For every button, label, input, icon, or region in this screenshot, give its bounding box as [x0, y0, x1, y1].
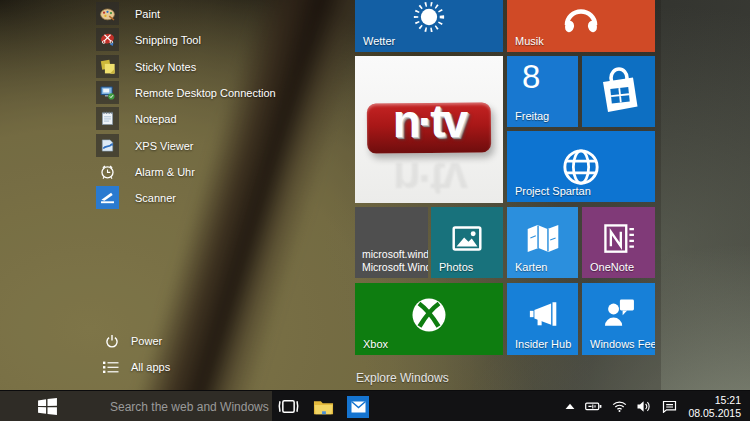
- all-apps-icon: [103, 361, 119, 374]
- tray-volume-button[interactable]: [632, 391, 657, 421]
- tile-label: Windows Feedb: [590, 338, 655, 350]
- task-view-icon: [277, 398, 300, 415]
- clock-date: 08.05.2015: [688, 407, 741, 420]
- tile-microsoft-windows[interactable]: microsoft.windo Microsoft.Windo: [355, 207, 428, 278]
- mail-icon: [351, 401, 366, 413]
- tray-clock[interactable]: 15:21 08.05.2015: [682, 394, 750, 420]
- headphones-icon: [557, 0, 605, 38]
- tile-store[interactable]: [582, 56, 655, 127]
- power-icon: [105, 334, 119, 349]
- tile-kalender[interactable]: 8 Freitag: [507, 56, 578, 127]
- tile-label: Musik: [515, 35, 544, 47]
- sticky-notes-icon: [98, 57, 117, 76]
- task-view-button[interactable]: [272, 391, 304, 421]
- alarm-clock-icon: [98, 162, 117, 181]
- power-label: Power: [131, 335, 162, 347]
- tile-karten[interactable]: Karten: [507, 207, 578, 278]
- snipping-tool-icon: [98, 30, 117, 49]
- tray-expand-button[interactable]: [560, 391, 580, 421]
- folder-icon: [313, 398, 334, 416]
- app-label: Paint: [135, 8, 160, 20]
- system-tray: 15:21 08.05.2015: [560, 391, 750, 421]
- tile-label: Project Spartan: [515, 185, 591, 197]
- xbox-icon: [405, 291, 453, 339]
- tile-label: Karten: [515, 261, 547, 273]
- taskbar-search-input[interactable]: [66, 391, 271, 421]
- tile-label: Freitag: [515, 110, 549, 122]
- onenote-icon: [599, 220, 639, 258]
- app-item-alarm-clock[interactable]: Alarm & Uhr: [96, 160, 195, 183]
- power-button[interactable]: Power: [105, 332, 162, 350]
- person-feedback-icon: [599, 295, 639, 333]
- remote-desktop-icon: [98, 83, 117, 102]
- all-apps-button[interactable]: All apps: [103, 358, 170, 376]
- tile-group-header: Explore Windows: [356, 371, 449, 385]
- action-center-icon: [662, 400, 677, 413]
- wifi-icon: [612, 401, 627, 412]
- tile-insider-hub[interactable]: Insider Hub: [507, 283, 578, 355]
- app-item-paint[interactable]: Paint: [96, 2, 160, 25]
- app-label: Snipping Tool: [135, 34, 201, 46]
- app-label: XPS Viewer: [135, 140, 194, 152]
- app-item-scanner[interactable]: Scanner: [96, 186, 176, 209]
- paint-icon: [98, 4, 117, 23]
- tray-action-center-button[interactable]: [657, 391, 682, 421]
- tray-battery-button[interactable]: [580, 391, 607, 421]
- photo-icon: [446, 220, 488, 258]
- tile-label: microsoft.windo Microsoft.Windo: [362, 248, 428, 274]
- tile-musik[interactable]: Musik: [507, 0, 655, 52]
- sun-icon: [406, 0, 452, 40]
- screen: Paint Snipping Tool Sticky Notes Remote …: [0, 0, 750, 421]
- ntv-logo-reflection: n·tv: [355, 152, 503, 203]
- ntv-logo-text: n·tv: [355, 94, 503, 148]
- app-label: Notepad: [135, 113, 177, 125]
- app-label: Scanner: [135, 192, 176, 204]
- windows-logo-icon: [38, 398, 57, 415]
- start-button[interactable]: [30, 391, 64, 421]
- tile-label: Wetter: [363, 35, 395, 47]
- map-icon: [523, 221, 563, 257]
- file-explorer-button[interactable]: [307, 391, 339, 421]
- tile-windows-feedback[interactable]: Windows Feedb: [582, 283, 655, 355]
- calendar-day: 8: [522, 58, 540, 96]
- app-item-snipping-tool[interactable]: Snipping Tool: [96, 28, 201, 51]
- app-label: Sticky Notes: [135, 61, 196, 73]
- app-item-xps-viewer[interactable]: XPS Viewer: [96, 134, 194, 157]
- taskbar: 15:21 08.05.2015: [0, 390, 750, 421]
- tile-project-spartan[interactable]: Project Spartan: [507, 131, 655, 202]
- app-item-notepad[interactable]: Notepad: [96, 107, 177, 130]
- tile-label: Xbox: [363, 338, 388, 350]
- clock-time: 15:21: [688, 394, 741, 407]
- globe-icon: [558, 143, 605, 190]
- all-apps-label: All apps: [131, 361, 170, 373]
- tile-ntv[interactable]: n·tv n·tv: [355, 56, 503, 203]
- battery-plug-icon: [585, 401, 602, 412]
- store-bag-icon: [591, 64, 647, 120]
- tile-onenote[interactable]: OneNote: [582, 207, 655, 278]
- tile-xbox[interactable]: Xbox: [355, 283, 503, 355]
- tile-label: Photos: [439, 261, 473, 273]
- tile-label: OneNote: [590, 261, 634, 273]
- app-label: Alarm & Uhr: [135, 166, 195, 178]
- tile-label: Insider Hub: [515, 338, 571, 350]
- tray-wifi-button[interactable]: [607, 391, 632, 421]
- app-label: Remote Desktop Connection: [135, 87, 276, 99]
- tile-photos[interactable]: Photos: [431, 207, 503, 278]
- mail-button[interactable]: [342, 391, 374, 421]
- tile-wetter[interactable]: Wetter: [355, 0, 503, 52]
- app-item-remote-desktop[interactable]: Remote Desktop Connection: [96, 81, 276, 104]
- volume-icon: [637, 400, 652, 413]
- notepad-icon: [98, 109, 117, 128]
- scanner-icon: [98, 188, 117, 207]
- chevron-up-icon: [565, 403, 575, 410]
- app-item-sticky-notes[interactable]: Sticky Notes: [96, 55, 196, 78]
- xps-viewer-icon: [98, 136, 117, 155]
- megaphone-icon: [523, 295, 563, 333]
